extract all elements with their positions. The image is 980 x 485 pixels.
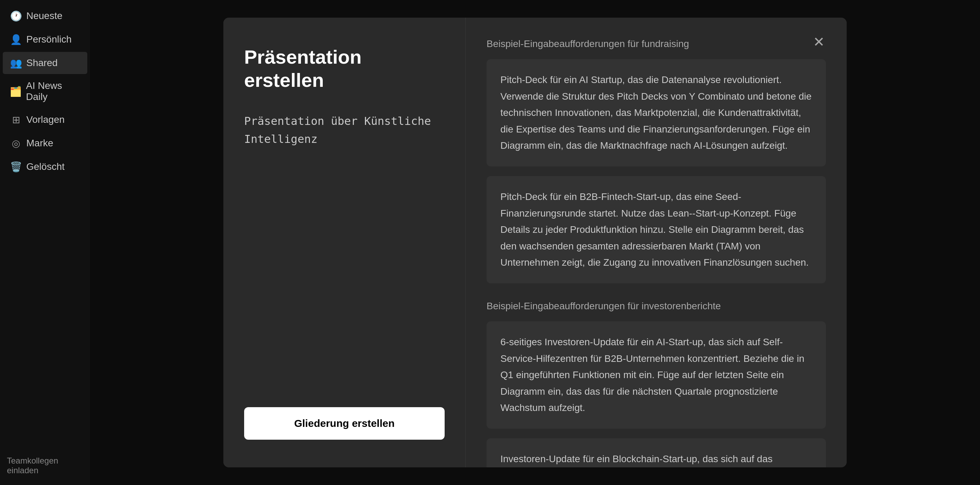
- sidebar: 🕐 Neueste 👤 Persönlich 👥 Shared 🗂️ AI Ne…: [0, 0, 90, 485]
- sidebar-label-persoenlich: Persönlich: [26, 34, 72, 45]
- close-button[interactable]: ✕: [808, 32, 829, 52]
- sidebar-label-vorlagen: Vorlagen: [26, 114, 65, 125]
- investoren-card-1[interactable]: 6-seitiges Investoren-Update für ein AI-…: [487, 322, 826, 429]
- sidebar-item-shared[interactable]: 👥 Shared: [3, 52, 87, 74]
- sidebar-label-ai-news-daily: AI News Daily: [26, 80, 80, 102]
- sidebar-item-ai-news-daily[interactable]: 🗂️ AI News Daily: [3, 75, 87, 107]
- modal-title: Präsentation erstellen: [244, 45, 445, 92]
- presentation-topic-input[interactable]: Präsentation über Künstliche Intelligenz: [244, 113, 445, 393]
- sidebar-label-neueste: Neueste: [26, 10, 62, 21]
- sidebar-item-neueste[interactable]: 🕐 Neueste: [3, 5, 87, 27]
- person-icon: 👤: [10, 33, 22, 46]
- modal-left-panel: Präsentation erstellen Präsentation über…: [223, 17, 466, 468]
- sidebar-label-shared: Shared: [26, 57, 57, 68]
- fundraising-card-1[interactable]: Pitch-Deck für ein AI Startup, das die D…: [487, 59, 826, 166]
- fundraising-card-2-text: Pitch-Deck für ein B2B-Fintech-Start-up,…: [500, 191, 808, 268]
- fundraising-section-title: Beispiel-Eingabeaufforderungen für fundr…: [487, 38, 826, 49]
- sidebar-item-geloescht[interactable]: 🗑️ Gelöscht: [3, 156, 87, 178]
- main-content: ✕ Präsentation erstellen Präsentation üb…: [90, 0, 980, 485]
- fundraising-card-1-text: Pitch-Deck für ein AI Startup, das die D…: [500, 74, 812, 151]
- modal-footer: Gliederung erstellen: [244, 393, 445, 440]
- create-outline-button[interactable]: Gliederung erstellen: [244, 407, 445, 440]
- modal-right-panel: Beispiel-Eingabeaufforderungen für fundr…: [466, 17, 847, 468]
- fundraising-card-2[interactable]: Pitch-Deck für ein B2B-Fintech-Start-up,…: [487, 176, 826, 283]
- trash-icon: 🗑️: [10, 160, 22, 173]
- brand-icon: ◎: [10, 137, 22, 149]
- sidebar-item-persoenlich[interactable]: 👤 Persönlich: [3, 29, 87, 51]
- investoren-section: Beispiel-Eingabeaufforderungen für inves…: [487, 301, 826, 468]
- investoren-card-1-text: 6-seitiges Investoren-Update für ein AI-…: [500, 337, 805, 413]
- people-icon: 👥: [10, 57, 22, 69]
- sidebar-item-marke[interactable]: ◎ Marke: [3, 132, 87, 154]
- folder-icon: 🗂️: [10, 85, 22, 98]
- investoren-card-2[interactable]: Investoren-Update für ein Blockchain-Sta…: [487, 438, 826, 468]
- sidebar-item-vorlagen[interactable]: ⊞ Vorlagen: [3, 109, 87, 131]
- sidebar-label-marke: Marke: [26, 138, 53, 149]
- clock-icon: 🕐: [10, 10, 22, 22]
- fundraising-section: Beispiel-Eingabeaufforderungen für fundr…: [487, 38, 826, 283]
- investoren-section-title: Beispiel-Eingabeaufforderungen für inves…: [487, 301, 826, 312]
- investoren-card-2-text: Investoren-Update für ein Blockchain-Sta…: [500, 453, 808, 468]
- create-presentation-modal: ✕ Präsentation erstellen Präsentation üb…: [223, 17, 847, 468]
- sidebar-label-geloescht: Gelöscht: [26, 161, 65, 172]
- grid-icon: ⊞: [10, 114, 22, 126]
- invite-label: Teamkollegen einladen: [7, 456, 58, 475]
- sidebar-bottom-invite[interactable]: Teamkollegen einladen: [0, 450, 90, 481]
- modal-overlay[interactable]: ✕ Präsentation erstellen Präsentation üb…: [90, 0, 980, 485]
